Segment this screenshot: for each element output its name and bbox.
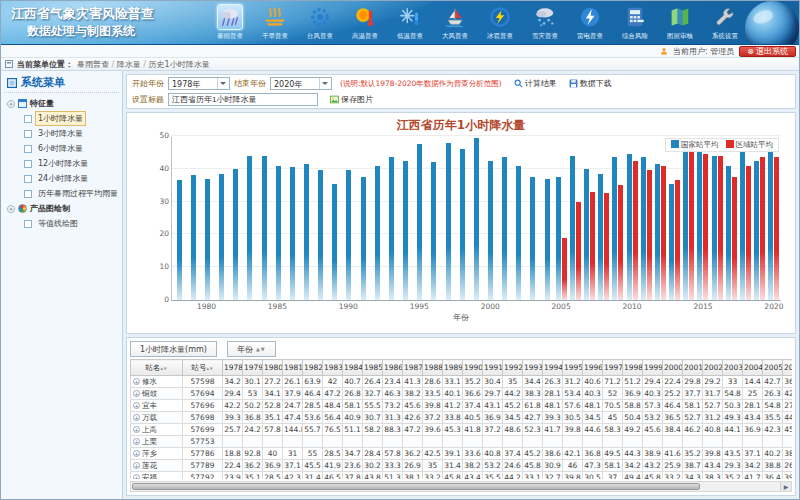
toolbar-item-low-temp[interactable]: 低温普查 bbox=[387, 3, 432, 41]
column-header-year-1984[interactable]: 1984▴▾ bbox=[343, 360, 363, 376]
row-expand-icon[interactable]: + bbox=[133, 414, 140, 421]
table-row-上高[interactable]: +上高5769925.724.257.8144.855.776.551.158.… bbox=[131, 424, 793, 436]
column-header-year-1982[interactable]: 1982▴▾ bbox=[303, 360, 323, 376]
column-header-year-1988[interactable]: 1988▴▾ bbox=[423, 360, 443, 376]
scrollbar-thumb[interactable] bbox=[132, 483, 700, 490]
column-header-year-1987[interactable]: 1987▴▾ bbox=[403, 360, 423, 376]
value-cell: 26.3 bbox=[763, 388, 783, 400]
table-row-上栗[interactable]: +上栗57753 bbox=[131, 436, 793, 448]
toolbar-item-lightning[interactable]: 雷电普查 bbox=[567, 3, 612, 41]
toolbar-item-hail[interactable]: 冰雹普查 bbox=[477, 3, 522, 41]
column-header-year-1994[interactable]: 1994▴▾ bbox=[543, 360, 563, 376]
toolbar-item-settings[interactable]: 系统设置 bbox=[702, 3, 747, 41]
value-cell: 58.1 bbox=[603, 460, 623, 472]
end-year-select[interactable]: 2020年 bbox=[270, 77, 332, 90]
tree-leaf-6小时降水量[interactable]: 6小时降水量 bbox=[4, 141, 119, 156]
tree-leaf-1小时降水量[interactable]: 1小时降水量 bbox=[4, 111, 119, 126]
toolbar-item-rainstorm[interactable]: 暴雨普查 bbox=[207, 3, 252, 41]
tree-leaf-24小时降水量[interactable]: 24小时降水量 bbox=[4, 171, 119, 186]
toolbar-item-high-temp[interactable]: 高温普查 bbox=[342, 3, 387, 41]
column-header-code[interactable]: 站号▴▾ bbox=[183, 360, 223, 376]
toolbar-item-drought[interactable]: 干旱普查 bbox=[252, 3, 297, 41]
toolbar-item-snow[interactable]: 雪灾普查 bbox=[522, 3, 567, 41]
metric-filter-button[interactable]: 1小时降水量(mm) bbox=[130, 341, 217, 357]
save-image-button[interactable]: 保存图片 bbox=[330, 94, 373, 105]
table-row-安福[interactable]: +安福5779223.935.128.542.331.446.537.843.8… bbox=[131, 472, 793, 480]
value-cell: 48.1 bbox=[543, 400, 563, 412]
column-header-year-1993[interactable]: 1993▴▾ bbox=[523, 360, 543, 376]
column-header-year-2002[interactable]: 2002▴▾ bbox=[703, 360, 723, 376]
column-header-year-1998[interactable]: 1998▴▾ bbox=[623, 360, 643, 376]
breadcrumb-item[interactable]: 历史1小时降水量 bbox=[149, 60, 210, 69]
column-header-year-1981[interactable]: 1981▴▾ bbox=[283, 360, 303, 376]
tree-node-特征量[interactable]: +特征量 bbox=[4, 96, 119, 111]
column-header-year-1999[interactable]: 1999▴▾ bbox=[643, 360, 663, 376]
legend-item-国家站平均[interactable]: 国家站平均 bbox=[671, 140, 719, 150]
column-header-year-1989[interactable]: 1989▴▾ bbox=[443, 360, 463, 376]
toolbar-item-risk-calc[interactable]: 综合风险 bbox=[612, 3, 657, 41]
column-header-year-1983[interactable]: 1983▴▾ bbox=[323, 360, 343, 376]
row-expand-icon[interactable]: + bbox=[133, 378, 140, 385]
row-expand-icon[interactable]: + bbox=[133, 390, 140, 397]
toolbar-item-typhoon[interactable]: 台风普查 bbox=[297, 3, 342, 41]
table-row-莲花[interactable]: +莲花5778922.436.236.937.145.541.923.630.2… bbox=[131, 460, 793, 472]
row-expand-icon[interactable]: + bbox=[133, 402, 140, 409]
app-title: 江西省气象灾害风险普查 数据处理与制图系统 bbox=[11, 5, 154, 39]
column-header-station[interactable]: 站名▴▾ bbox=[131, 360, 183, 376]
column-header-year-1996[interactable]: 1996▴▾ bbox=[583, 360, 603, 376]
calculate-button[interactable]: 计算结果 bbox=[514, 78, 557, 89]
legend-item-区域站平均[interactable]: 区域站平均 bbox=[726, 140, 774, 150]
tree-toggle-icon[interactable]: + bbox=[7, 205, 15, 213]
breadcrumb-item[interactable]: 降水量 bbox=[117, 60, 141, 69]
column-header-year-1985[interactable]: 1985▴▾ bbox=[363, 360, 383, 376]
year-filter-button[interactable]: 年份 ▲▼ bbox=[227, 341, 276, 357]
column-header-year-2005[interactable]: 2005▴▾ bbox=[763, 360, 783, 376]
breadcrumb-item[interactable]: 暴雨普查 bbox=[77, 60, 109, 69]
tree-leaf-历年暴雨过程平均雨量[interactable]: 历年暴雨过程平均雨量 bbox=[4, 186, 119, 201]
row-expand-icon[interactable]: + bbox=[133, 462, 140, 469]
table-row-宜丰[interactable]: +宜丰5769642.250.252.824.728.548.458.155.5… bbox=[131, 400, 793, 412]
column-header-year-1995[interactable]: 1995▴▾ bbox=[563, 360, 583, 376]
row-expand-icon[interactable]: + bbox=[133, 474, 140, 480]
tree-leaf-12小时降水量[interactable]: 12小时降水量 bbox=[4, 156, 119, 171]
column-header-year-1997[interactable]: 1997▴▾ bbox=[603, 360, 623, 376]
column-header-year-1992[interactable]: 1992▴▾ bbox=[503, 360, 523, 376]
column-header-year-1979[interactable]: 1979▴▾ bbox=[243, 360, 263, 376]
chart-title-input[interactable] bbox=[168, 93, 318, 106]
table-row-铜鼓[interactable]: +铜鼓5769429.45334.137.946.447.226.832.746… bbox=[131, 388, 793, 400]
column-header-year-1978[interactable]: 1978▴▾ bbox=[223, 360, 243, 376]
column-header-year-1990[interactable]: 1990▴▾ bbox=[463, 360, 483, 376]
column-header-year-2000[interactable]: 2000▴▾ bbox=[663, 360, 683, 376]
download-button[interactable]: 数据下载 bbox=[569, 78, 612, 89]
chart-legend[interactable]: 国家站平均区域站平均 bbox=[665, 138, 779, 152]
column-header-year-1991[interactable]: 1991▴▾ bbox=[483, 360, 503, 376]
tree-leaf-3小时降水量[interactable]: 3小时降水量 bbox=[4, 126, 119, 141]
tree-node-产品图绘制[interactable]: +产品图绘制 bbox=[4, 201, 119, 216]
row-expand-icon[interactable]: + bbox=[133, 438, 140, 445]
column-header-year-2003[interactable]: 2003▴▾ bbox=[723, 360, 743, 376]
bar-区域站平均-2012 bbox=[661, 166, 666, 300]
table-row-万载[interactable]: +万载5769839.336.835.147.453.656.440.930.7… bbox=[131, 412, 793, 424]
start-year-select[interactable]: 1978年 bbox=[168, 77, 230, 90]
horizontal-scrollbar[interactable]: ▶ bbox=[130, 481, 792, 492]
toolbar-item-map-audit[interactable]: 图层审核 bbox=[657, 3, 702, 41]
tree-leaf-等值线绘图[interactable]: 等值线绘图 bbox=[4, 216, 119, 231]
column-header-year-2006[interactable]: 2006▴▾ bbox=[783, 360, 793, 376]
tree-toggle-icon[interactable]: + bbox=[7, 100, 15, 108]
table-row-萍乡[interactable]: +萍乡5778618.892.840315528.534.728.457.836… bbox=[131, 448, 793, 460]
row-expand-icon[interactable]: + bbox=[133, 426, 140, 433]
column-header-year-2001[interactable]: 2001▴▾ bbox=[683, 360, 703, 376]
scrollbar-right-arrow-icon[interactable]: ▶ bbox=[780, 482, 791, 491]
table-row-修水[interactable]: +修水5759834.230.127.226.163.94240.726.423… bbox=[131, 376, 793, 388]
value-cell: 47.2 bbox=[403, 424, 423, 436]
column-header-year-1980[interactable]: 1980▴▾ bbox=[263, 360, 283, 376]
row-expand-icon[interactable]: + bbox=[133, 450, 140, 457]
value-cell: 31 bbox=[283, 448, 303, 460]
toolbar-item-gale[interactable]: 大风普查 bbox=[432, 3, 477, 41]
bar-区域站平均-2016 bbox=[718, 156, 723, 300]
bar-group-2011 bbox=[639, 137, 653, 300]
exit-button[interactable]: ⊗ 退出系统 bbox=[739, 46, 796, 57]
column-header-year-2004[interactable]: 2004▴▾ bbox=[743, 360, 763, 376]
risk-calc-icon bbox=[622, 4, 648, 30]
column-header-year-1986[interactable]: 1986▴▾ bbox=[383, 360, 403, 376]
